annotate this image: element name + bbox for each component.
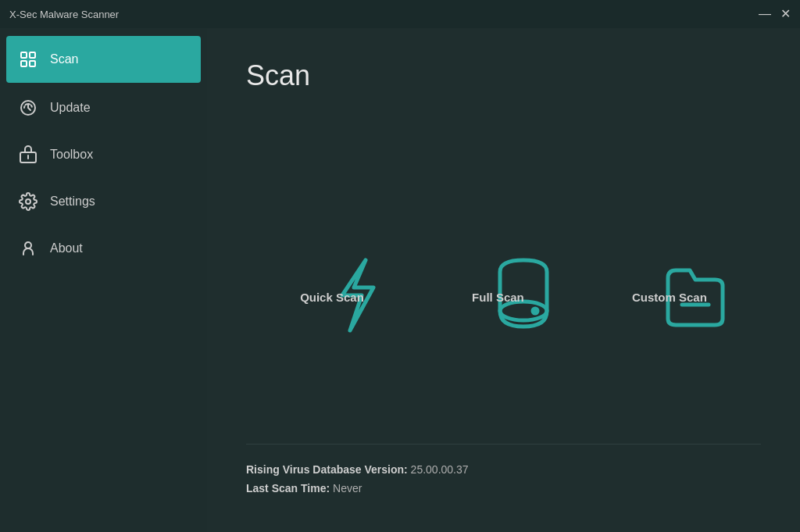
svg-rect-0 (21, 52, 27, 58)
svg-point-7 (26, 199, 30, 204)
minimize-button[interactable]: — (759, 8, 771, 20)
update-icon (19, 98, 38, 117)
db-version-line: Rising Virus Database Version: 25.00.00.… (246, 463, 761, 476)
svg-rect-2 (21, 61, 27, 66)
close-button[interactable]: ✕ (780, 8, 791, 20)
custom-scan-card[interactable]: Custom Scan (601, 241, 738, 320)
sidebar-item-settings[interactable]: Settings (0, 178, 207, 225)
svg-point-9 (500, 302, 547, 320)
db-version-value: 25.00.00.37 (411, 463, 469, 476)
svg-rect-1 (30, 52, 35, 58)
page-title: Scan (246, 59, 761, 92)
window-controls: — ✕ (759, 8, 791, 20)
db-version-label: Rising Virus Database Version: (246, 463, 408, 476)
scan-options: Quick Scan Full Scan (246, 131, 761, 428)
about-label: About (50, 241, 83, 255)
title-bar: X-Sec Malware Scanner — ✕ (0, 0, 800, 28)
toolbox-label: Toolbox (50, 148, 93, 162)
quick-scan-label: Quick Scan (300, 291, 364, 304)
main-container: Scan Update Toolbox (0, 28, 800, 532)
last-scan-label: Last Scan Time: (246, 482, 330, 495)
scan-label: Scan (50, 52, 78, 66)
toolbox-icon (19, 145, 38, 164)
full-scan-label: Full Scan (472, 291, 524, 304)
settings-label: Settings (50, 195, 95, 209)
about-icon (19, 239, 38, 258)
svg-point-8 (25, 242, 31, 248)
scan-icon (19, 50, 38, 69)
full-scan-card[interactable]: Full Scan (441, 241, 555, 320)
settings-icon (19, 192, 38, 211)
last-scan-line: Last Scan Time: Never (246, 482, 761, 495)
update-label: Update (50, 101, 91, 115)
full-scan-icon (488, 256, 507, 275)
sidebar-item-toolbox[interactable]: Toolbox (0, 131, 207, 178)
sidebar-item-scan[interactable]: Scan (6, 36, 201, 83)
custom-scan-label: Custom Scan (632, 291, 707, 304)
custom-scan-icon (660, 256, 679, 275)
app-title: X-Sec Malware Scanner (9, 9, 119, 20)
content-area: Scan Quick Scan (207, 28, 800, 532)
footer-info: Rising Virus Database Version: 25.00.00.… (246, 444, 761, 501)
quick-scan-card[interactable]: Quick Scan (269, 241, 395, 320)
svg-rect-3 (30, 61, 35, 66)
sidebar-item-update[interactable]: Update (0, 84, 207, 131)
sidebar: Scan Update Toolbox (0, 28, 207, 532)
quick-scan-icon (323, 256, 341, 275)
svg-point-10 (533, 309, 538, 313)
last-scan-value: Never (333, 482, 362, 495)
sidebar-item-about[interactable]: About (0, 225, 207, 272)
